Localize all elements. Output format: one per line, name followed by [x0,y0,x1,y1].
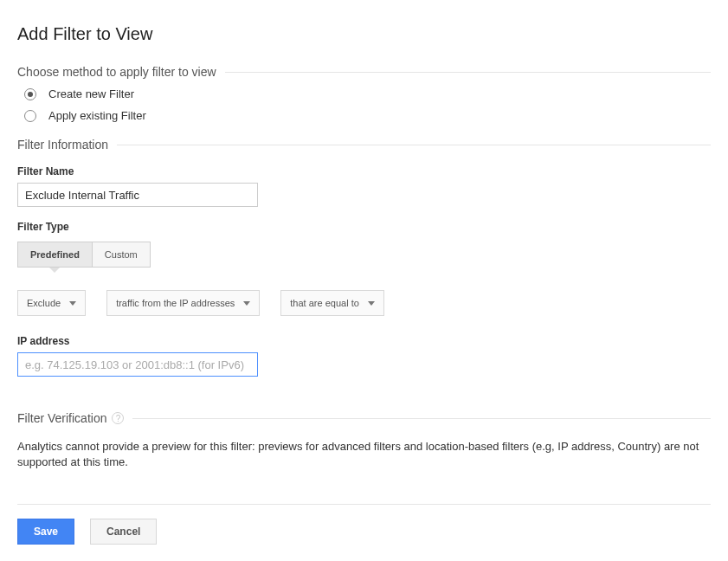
filter-name-label: Filter Name [17,165,711,177]
dropdown-source-label: traffic from the IP addresses [116,298,235,308]
section-choose-method: Choose method to apply filter to view [17,65,711,79]
save-button[interactable]: Save [17,519,74,545]
tab-predefined[interactable]: Predefined [18,242,93,267]
chevron-down-icon [368,301,375,306]
predefined-dropdowns: Exclude traffic from the IP addresses th… [17,290,711,316]
help-icon[interactable]: ? [112,412,124,424]
divider [225,72,711,73]
section-filter-information: Filter Information [17,138,711,152]
page-title: Add Filter to View [17,24,711,44]
divider [117,145,711,145]
chevron-down-icon [243,301,250,306]
divider [132,418,711,419]
section-filter-verification: Filter Verification ? [17,411,711,425]
chevron-down-icon [69,301,76,306]
dropdown-action[interactable]: Exclude [17,290,86,316]
verification-message: Analytics cannot provide a preview for t… [17,439,711,469]
dropdown-action-label: Exclude [27,298,61,308]
ip-address-input[interactable] [17,352,258,377]
filter-type-label: Filter Type [17,221,711,233]
tab-custom[interactable]: Custom [93,242,150,267]
section-heading-verification: Filter Verification ? [17,411,124,425]
cancel-button[interactable]: Cancel [90,519,157,545]
filter-name-input[interactable] [17,183,258,207]
section-heading-method: Choose method to apply filter to view [17,65,216,79]
filter-type-segmented: Predefined Custom [17,242,151,268]
section-heading-filter-info: Filter Information [17,138,108,152]
radio-icon [24,88,36,100]
dropdown-match-label: that are equal to [290,298,359,308]
radio-apply-existing-filter[interactable]: Apply existing Filter [24,109,711,122]
radio-label: Apply existing Filter [48,109,146,122]
dropdown-source[interactable]: traffic from the IP addresses [106,290,260,316]
radio-icon [24,110,36,122]
divider [17,504,711,505]
radio-label: Create new Filter [48,87,134,100]
dropdown-match[interactable]: that are equal to [280,290,384,316]
ip-address-label: IP address [17,335,711,347]
radio-create-new-filter[interactable]: Create new Filter [24,87,711,100]
